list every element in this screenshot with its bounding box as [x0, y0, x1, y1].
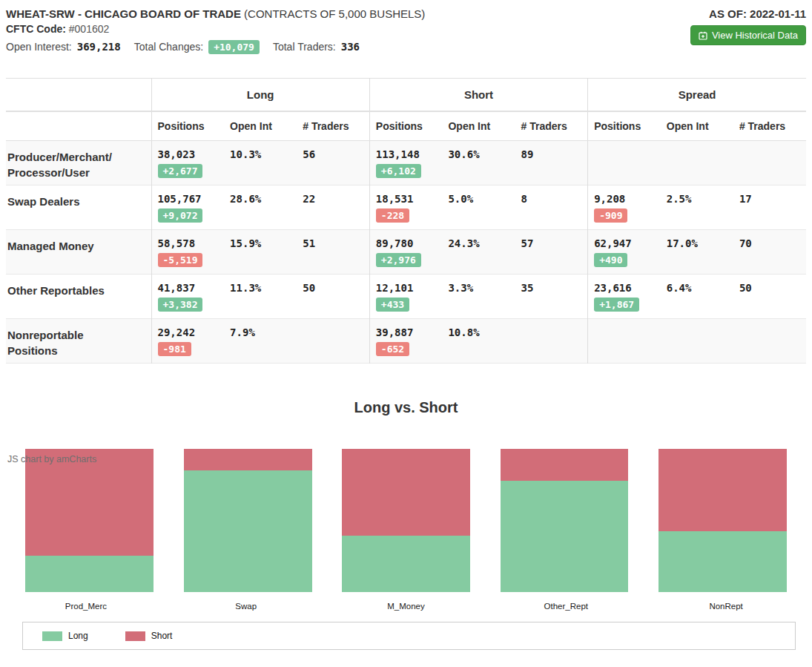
traders-value: 89 — [521, 148, 585, 161]
table-row: NonreportablePositions29,242-9817.9%39,8… — [6, 319, 806, 364]
cell-long-traders: 51 — [297, 230, 369, 275]
open-int-value: 5.0% — [448, 192, 512, 206]
short-segment[interactable] — [25, 449, 154, 556]
cell-long-traders — [297, 319, 369, 364]
group-header-short: Short — [369, 79, 587, 111]
subheader-long-traders: # Traders — [297, 111, 369, 141]
bar-slot-prod_merc — [10, 449, 168, 592]
table-row: Managed Money58,578-5,51915.9%5189,780+2… — [6, 230, 806, 275]
long-segment[interactable] — [184, 470, 312, 592]
change-badge-wrap: -228 — [376, 206, 440, 223]
change-badge-wrap: +9,072 — [158, 206, 222, 223]
cell-long-positions: 38,023+2,677 — [151, 141, 224, 185]
view-historical-data-label: View Historical Data — [712, 30, 798, 41]
traders-value: 70 — [739, 237, 803, 250]
change-badge-wrap: -652 — [376, 339, 440, 356]
report-header: WHEAT-SRW - CHICAGO BOARD OF TRADE (CONT… — [6, 6, 806, 56]
short-segment[interactable] — [342, 449, 470, 536]
open-int-value: 3.3% — [448, 281, 512, 295]
x-axis-label: Swap — [166, 602, 326, 611]
change-badge: -5,519 — [158, 253, 203, 267]
long-segment[interactable] — [501, 481, 629, 592]
row-name: NonreportablePositions — [6, 319, 151, 364]
x-axis-label: Prod_Merc — [6, 602, 166, 611]
legend-item-short[interactable]: Short — [125, 631, 173, 641]
view-historical-data-button[interactable]: View Historical Data — [690, 25, 806, 45]
positions-value: 62,947 — [594, 237, 658, 250]
amcharts-watermark: JS chart by amCharts — [7, 454, 96, 464]
cell-spread-traders — [733, 141, 806, 185]
open-int-value: 30.6% — [448, 148, 512, 161]
chart-bars — [10, 449, 802, 592]
long-segment[interactable] — [342, 536, 470, 592]
positions-value: 41,837 — [158, 281, 222, 295]
cell-short-positions: 113,148+6,102 — [369, 141, 442, 185]
cell-spread-open-int: 6.4% — [661, 275, 733, 319]
row-name: Swap Dealers — [6, 185, 151, 230]
subheader-short-openint: Open Int — [442, 111, 515, 141]
legend-swatch — [42, 631, 62, 641]
legend-swatch — [125, 631, 145, 641]
cell-long-traders: 50 — [297, 275, 369, 319]
legend-label: Long — [68, 631, 88, 641]
stacked-bar-other_rept — [501, 449, 629, 592]
cell-short-positions: 12,101+433 — [369, 275, 442, 319]
cell-spread-positions: 9,208-909 — [588, 185, 661, 230]
traders-value: 17 — [739, 192, 803, 206]
cell-short-traders: 89 — [515, 141, 588, 185]
change-badge-wrap: +1,867 — [594, 295, 658, 312]
chart-title: Long vs. Short — [6, 399, 806, 416]
open-int-value: 6.4% — [667, 281, 730, 295]
positions-value: 29,242 — [158, 326, 222, 339]
legend-item-long[interactable]: Long — [42, 631, 88, 641]
short-segment[interactable] — [658, 449, 787, 531]
chart-x-axis-labels: Prod_MercSwapM_MoneyOther_ReptNonRept — [6, 602, 806, 611]
open-int-value: 17.0% — [667, 237, 730, 250]
short-segment[interactable] — [184, 449, 312, 470]
cell-spread-positions: 62,947+490 — [588, 230, 661, 275]
report-title-line: WHEAT-SRW - CHICAGO BOARD OF TRADE (CONT… — [6, 6, 425, 22]
change-badge: -652 — [376, 342, 409, 356]
stacked-bar-prod_merc — [25, 449, 154, 592]
traders-value: 50 — [303, 281, 366, 295]
traders-value: 35 — [521, 281, 585, 295]
cell-spread-traders: 17 — [733, 185, 806, 230]
subheader-long-openint: Open Int — [224, 111, 297, 141]
cell-spread-positions — [588, 319, 661, 364]
table-subheader-row: PositionsOpen Int# TradersPositionsOpen … — [6, 111, 806, 141]
report-header-right: AS OF: 2022-01-11 View Historical Data — [690, 6, 806, 45]
open-int-value: 15.9% — [230, 237, 294, 250]
chart-plot-area: JS chart by amCharts — [6, 449, 806, 592]
change-badge: -228 — [376, 208, 409, 223]
open-int-value: 11.3% — [230, 281, 294, 295]
calendar-icon — [699, 31, 707, 40]
subheader-spread-traders: # Traders — [733, 111, 806, 141]
change-badge-wrap: -981 — [158, 339, 222, 356]
open-int-value: 7.9% — [230, 326, 294, 339]
open-int-value: 28.6% — [230, 192, 294, 206]
x-axis-label: NonRept — [646, 602, 806, 611]
change-badge: -981 — [158, 342, 191, 356]
cell-spread-open-int — [661, 141, 733, 185]
long-segment[interactable] — [25, 556, 154, 592]
table-corner-cell-2 — [6, 111, 151, 141]
traders-value: 8 — [521, 192, 585, 206]
x-axis-label: M_Money — [326, 602, 486, 611]
long-segment[interactable] — [658, 531, 787, 592]
chart-legend: LongShort — [22, 622, 796, 650]
cell-spread-open-int: 17.0% — [661, 230, 733, 275]
traders-value: 56 — [303, 148, 366, 161]
traders-value: 57 — [521, 237, 585, 250]
cell-short-open-int: 3.3% — [442, 275, 515, 319]
change-badge-wrap: -909 — [594, 206, 658, 223]
cftc-code-value: #001602 — [69, 23, 110, 35]
subheader-spread-openint: Open Int — [661, 111, 733, 141]
cell-long-open-int: 10.3% — [224, 141, 297, 185]
x-axis-label: Other_Rept — [486, 602, 646, 611]
long-vs-short-chart: Long vs. Short JS chart by amCharts Prod… — [6, 399, 806, 650]
cell-short-traders — [515, 319, 588, 364]
change-badge: +1,867 — [594, 298, 639, 312]
cell-long-positions: 29,242-981 — [151, 319, 224, 364]
short-segment[interactable] — [501, 449, 629, 481]
cftc-code-line: CFTC Code: #001602 — [6, 22, 425, 37]
